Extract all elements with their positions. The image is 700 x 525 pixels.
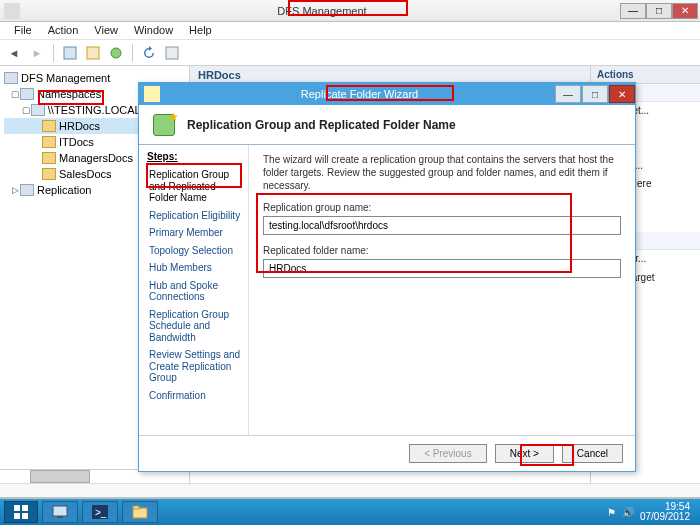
- svg-rect-1: [87, 47, 99, 59]
- svg-rect-3: [166, 47, 178, 59]
- wizard-title: Replicate Folder Wizard: [165, 88, 554, 100]
- tree-label: Replication: [37, 184, 91, 196]
- svg-rect-4: [14, 505, 20, 511]
- replication-icon: [20, 184, 34, 196]
- menu-view[interactable]: View: [86, 22, 126, 39]
- tree-label: SalesDocs: [59, 168, 112, 180]
- svg-rect-0: [64, 47, 76, 59]
- steps-heading: Steps:: [147, 151, 246, 162]
- step-primary-member[interactable]: Primary Member: [147, 224, 246, 242]
- tree-label: HRDocs: [59, 120, 100, 132]
- start-button[interactable]: [4, 501, 38, 523]
- expander-icon[interactable]: ▢: [10, 89, 20, 99]
- folder-icon: [42, 136, 56, 148]
- step-confirmation[interactable]: Confirmation: [147, 387, 246, 405]
- replicate-folder-wizard: Replicate Folder Wizard — □ ✕ ★ Replicat…: [138, 82, 636, 472]
- folder-icon: [42, 168, 56, 180]
- wizard-header-text: Replication Group and Replicated Folder …: [187, 118, 456, 132]
- folder-name-label: Replicated folder name:: [263, 245, 621, 256]
- tray-volume-icon[interactable]: 🔊: [622, 507, 634, 518]
- menu-bar: File Action View Window Help: [0, 22, 700, 40]
- svg-text:>_: >_: [95, 507, 107, 518]
- tray-date: 07/09/2012: [640, 512, 690, 522]
- menu-help[interactable]: Help: [181, 22, 220, 39]
- svg-rect-5: [22, 505, 28, 511]
- svg-rect-8: [53, 506, 67, 516]
- toolbar: ◄ ►: [0, 40, 700, 66]
- wizard-maximize-button[interactable]: □: [582, 85, 608, 103]
- step-hub-spoke[interactable]: Hub and Spoke Connections: [147, 277, 246, 306]
- main-titlebar: DFS Management — □ ✕: [0, 0, 700, 22]
- expander-icon[interactable]: ▢: [21, 105, 31, 115]
- next-button[interactable]: Next >: [495, 444, 554, 463]
- wizard-titlebar: Replicate Folder Wizard — □ ✕: [139, 83, 635, 105]
- app-icon: [4, 3, 20, 19]
- toolbar-help[interactable]: [162, 43, 182, 63]
- wizard-minimize-button[interactable]: —: [555, 85, 581, 103]
- toolbar-btn-2[interactable]: [83, 43, 103, 63]
- menu-action[interactable]: Action: [40, 22, 87, 39]
- tree-label: ManagersDocs: [59, 152, 133, 164]
- field-group-name: Replication group name:: [263, 202, 621, 235]
- toolbar-btn-1[interactable]: [60, 43, 80, 63]
- wizard-content: The wizard will create a replication gro…: [249, 145, 635, 435]
- svg-rect-9: [57, 516, 63, 518]
- toolbar-btn-3[interactable]: [106, 43, 126, 63]
- folder-name-input[interactable]: [263, 259, 621, 278]
- status-gap: [0, 483, 700, 497]
- folder-icon: [42, 152, 56, 164]
- wizard-icon: [144, 86, 160, 102]
- wizard-header: ★ Replication Group and Replicated Folde…: [139, 105, 635, 145]
- folder-icon: [20, 88, 34, 100]
- tree-label: Namespaces: [37, 88, 101, 100]
- taskbar-item-server[interactable]: [42, 501, 78, 523]
- tray-clock[interactable]: 19:54 07/09/2012: [640, 502, 690, 522]
- window-title: DFS Management: [24, 5, 620, 17]
- taskbar-item-explorer[interactable]: [122, 501, 158, 523]
- svg-rect-7: [22, 513, 28, 519]
- step-review[interactable]: Review Settings and Create Replication G…: [147, 346, 246, 387]
- back-button[interactable]: ◄: [4, 43, 24, 63]
- group-name-label: Replication group name:: [263, 202, 621, 213]
- taskbar: >_ ⚑ 🔊 19:54 07/09/2012: [0, 499, 700, 525]
- minimize-button[interactable]: —: [620, 3, 646, 19]
- tree-label: DFS Management: [21, 72, 110, 84]
- expander-icon[interactable]: ▷: [10, 185, 20, 195]
- step-eligibility[interactable]: Replication Eligibility: [147, 207, 246, 225]
- wizard-close-button[interactable]: ✕: [609, 85, 635, 103]
- cancel-button[interactable]: Cancel: [562, 444, 623, 463]
- step-group-name[interactable]: Replication Group and Replicated Folder …: [147, 166, 246, 207]
- svg-rect-6: [14, 513, 20, 519]
- folder-icon: [42, 120, 56, 132]
- tree-label: ITDocs: [59, 136, 94, 148]
- close-button[interactable]: ✕: [672, 3, 698, 19]
- system-tray: ⚑ 🔊 19:54 07/09/2012: [607, 502, 696, 522]
- group-name-input[interactable]: [263, 216, 621, 235]
- forward-button[interactable]: ►: [27, 43, 47, 63]
- toolbar-refresh[interactable]: [139, 43, 159, 63]
- step-schedule[interactable]: Replication Group Schedule and Bandwidth: [147, 306, 246, 347]
- taskbar-item-powershell[interactable]: >_: [82, 501, 118, 523]
- svg-point-2: [111, 48, 121, 58]
- tray-flag-icon[interactable]: ⚑: [607, 507, 616, 518]
- step-topology[interactable]: Topology Selection: [147, 242, 246, 260]
- share-icon: [31, 104, 45, 116]
- wizard-footer: < Previous Next > Cancel: [139, 435, 635, 471]
- wizard-steps: Steps: Replication Group and Replicated …: [139, 145, 249, 435]
- menu-file[interactable]: File: [6, 22, 40, 39]
- wizard-description: The wizard will create a replication gro…: [263, 153, 621, 192]
- namespace-root-icon: [4, 72, 18, 84]
- previous-button[interactable]: < Previous: [409, 444, 487, 463]
- menu-window[interactable]: Window: [126, 22, 181, 39]
- maximize-button[interactable]: □: [646, 3, 672, 19]
- window-buttons: — □ ✕: [620, 3, 698, 19]
- wizard-header-icon: ★: [149, 110, 179, 140]
- svg-rect-13: [133, 506, 139, 509]
- field-folder-name: Replicated folder name:: [263, 245, 621, 278]
- step-hub-members[interactable]: Hub Members: [147, 259, 246, 277]
